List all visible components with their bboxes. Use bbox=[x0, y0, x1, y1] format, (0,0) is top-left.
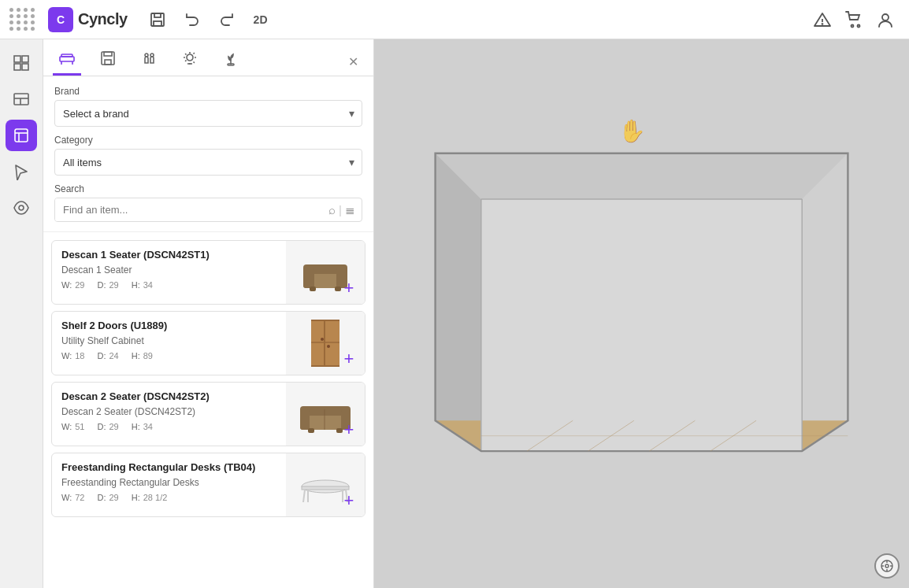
tab-furniture[interactable] bbox=[53, 47, 81, 76]
view-button[interactable] bbox=[6, 192, 37, 224]
cursor-button[interactable] bbox=[6, 156, 37, 187]
svg-rect-9 bbox=[14, 56, 20, 62]
svg-marker-64 bbox=[481, 199, 802, 451]
svg-point-19 bbox=[19, 205, 24, 210]
brand-label: Brand bbox=[54, 86, 362, 97]
item-subtitle: Descan 2 Seater (DSCN42ST2) bbox=[61, 406, 276, 417]
floor-plan-button[interactable] bbox=[6, 83, 37, 115]
item-info: Descan 2 Seater (DSCN42ST2) Descan 2 Sea… bbox=[52, 383, 286, 446]
tab-move[interactable] bbox=[135, 47, 163, 76]
svg-point-75 bbox=[885, 564, 889, 568]
search-input[interactable] bbox=[55, 198, 322, 221]
svg-rect-25 bbox=[104, 52, 112, 56]
panel-header: ✕ bbox=[43, 39, 373, 76]
item-name: Descan 2 Seater (DSCN42ST2) bbox=[61, 390, 276, 404]
svg-marker-60 bbox=[802, 153, 848, 451]
room-3d-view bbox=[374, 39, 909, 588]
svg-point-43 bbox=[321, 338, 324, 341]
svg-rect-21 bbox=[61, 54, 72, 57]
svg-rect-12 bbox=[22, 64, 28, 70]
item-thumbnail: + bbox=[286, 383, 365, 446]
add-item-button[interactable]: + bbox=[338, 277, 360, 299]
brand-select-wrapper: Select a brand bbox=[54, 100, 362, 127]
brand-select[interactable]: Select a brand bbox=[54, 100, 362, 127]
item-dims: W:18 D:24 H:89 bbox=[61, 351, 276, 361]
add-item-button[interactable]: + bbox=[338, 419, 360, 441]
search-group: Search ⌕ | ≣ bbox=[54, 183, 362, 222]
viewport[interactable]: ✋ bbox=[374, 39, 909, 588]
svg-point-5 bbox=[822, 24, 823, 24]
app-logo: C Cyncly bbox=[48, 7, 128, 32]
search-icon[interactable]: ⌕ bbox=[328, 203, 336, 216]
svg-rect-47 bbox=[300, 409, 310, 430]
topbar-right-actions bbox=[808, 6, 900, 34]
design-tool-button[interactable] bbox=[6, 47, 37, 79]
svg-point-44 bbox=[327, 345, 330, 348]
add-item-button[interactable]: + bbox=[338, 348, 360, 370]
item-thumbnail: + bbox=[286, 241, 365, 304]
svg-marker-59 bbox=[436, 153, 481, 451]
svg-point-29 bbox=[187, 54, 193, 61]
app-name: Cyncly bbox=[78, 10, 128, 28]
app-grid-icon bbox=[9, 8, 35, 31]
save-button[interactable] bbox=[143, 6, 172, 34]
tab-plant[interactable] bbox=[217, 47, 245, 76]
item-name: Freestanding Rectangular Desks (TB04) bbox=[61, 461, 276, 475]
category-select[interactable]: All items bbox=[54, 149, 362, 176]
svg-rect-49 bbox=[324, 409, 325, 430]
item-dims: W:72 D:29 H:28 1/2 bbox=[61, 493, 276, 502]
left-sidebar bbox=[0, 39, 43, 588]
item-info: Freestanding Rectangular Desks (TB04) Fr… bbox=[52, 453, 286, 516]
undo-button[interactable] bbox=[178, 6, 206, 34]
add-item-button[interactable]: + bbox=[338, 490, 360, 512]
view-2d-button[interactable]: 2D bbox=[247, 10, 274, 29]
category-filter-group: Category All items bbox=[54, 135, 362, 176]
filter-icon[interactable]: ≣ bbox=[345, 203, 355, 217]
item-list: Descan 1 Seater (DSCN42ST1) Descan 1 Sea… bbox=[43, 232, 373, 588]
svg-rect-50 bbox=[308, 428, 314, 433]
item-name: Descan 1 Seater (DSCN42ST1) bbox=[61, 249, 276, 262]
main-area: ✕ Brand Select a brand Category All item… bbox=[0, 39, 909, 588]
catalog-button[interactable] bbox=[6, 120, 37, 151]
item-thumbnail: + bbox=[286, 312, 365, 375]
svg-rect-26 bbox=[105, 60, 111, 65]
item-name: Shelf 2 Doors (U1889) bbox=[61, 320, 276, 333]
svg-rect-1 bbox=[154, 13, 161, 17]
redo-button[interactable] bbox=[213, 6, 241, 34]
search-icons: ⌕ | ≣ bbox=[322, 203, 362, 217]
svg-line-54 bbox=[303, 490, 305, 502]
logo-icon: C bbox=[48, 7, 73, 32]
category-label: Category bbox=[54, 135, 362, 146]
svg-point-7 bbox=[858, 24, 860, 27]
tab-light[interactable] bbox=[176, 47, 204, 76]
list-item: Descan 2 Seater (DSCN42ST2) Descan 2 Sea… bbox=[51, 382, 365, 446]
item-info: Shelf 2 Doors (U1889) Utility Shelf Cabi… bbox=[52, 312, 286, 375]
svg-rect-2 bbox=[154, 21, 161, 26]
svg-rect-10 bbox=[22, 56, 28, 62]
list-item: Freestanding Rectangular Desks (TB04) Fr… bbox=[51, 453, 365, 517]
alert-button[interactable] bbox=[808, 6, 837, 34]
item-info: Descan 1 Seater (DSCN42ST1) Descan 1 Sea… bbox=[52, 241, 286, 304]
svg-rect-36 bbox=[310, 287, 316, 291]
search-label: Search bbox=[54, 183, 362, 194]
svg-point-8 bbox=[882, 14, 889, 20]
svg-rect-13 bbox=[14, 94, 28, 105]
panel-filters: Brand Select a brand Category All items … bbox=[43, 76, 373, 232]
tab-save[interactable] bbox=[94, 47, 122, 76]
viewport-compass[interactable] bbox=[874, 553, 900, 579]
cart-button[interactable] bbox=[840, 6, 868, 34]
item-subtitle: Freestanding Rectangular Desks bbox=[61, 477, 276, 488]
item-subtitle: Descan 1 Seater bbox=[61, 264, 276, 276]
brand-filter-group: Brand Select a brand bbox=[54, 86, 362, 127]
svg-rect-11 bbox=[14, 64, 20, 70]
svg-point-6 bbox=[851, 24, 854, 27]
search-input-wrap: ⌕ | ≣ bbox=[54, 198, 362, 222]
user-button[interactable] bbox=[871, 6, 900, 34]
panel-close-button[interactable]: ✕ bbox=[342, 50, 364, 72]
svg-rect-41 bbox=[324, 320, 325, 367]
svg-rect-16 bbox=[15, 129, 28, 142]
item-dims: W:29 D:29 H:34 bbox=[61, 280, 276, 290]
category-select-wrapper: All items bbox=[54, 149, 362, 176]
item-subtitle: Utility Shelf Cabinet bbox=[61, 335, 276, 346]
list-item: Descan 1 Seater (DSCN42ST1) Descan 1 Sea… bbox=[51, 240, 365, 305]
